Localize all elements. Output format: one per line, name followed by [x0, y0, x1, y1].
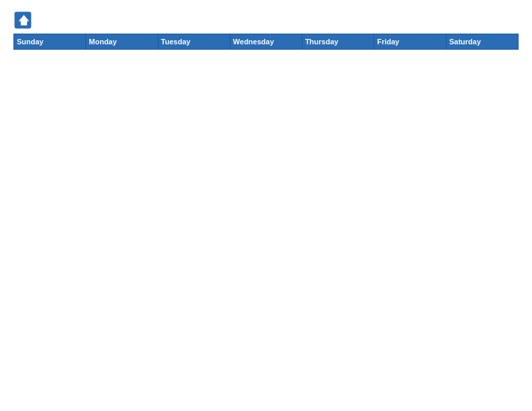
weekday-header: Friday: [374, 34, 446, 50]
page: GeneralBlue SundayMondayTuesdayWednesday…: [0, 0, 532, 411]
logo: GeneralBlue: [13, 11, 35, 30]
calendar-table: SundayMondayTuesdayWednesdayThursdayFrid…: [13, 34, 519, 404]
calendar-body: [14, 50, 519, 404]
header: GeneralBlue: [13, 11, 519, 30]
weekday-header: Thursday: [302, 34, 374, 50]
weekday-header: Monday: [86, 34, 158, 50]
weekday-header: Sunday: [14, 34, 86, 50]
weekday-header: Tuesday: [158, 34, 230, 50]
weekday-header: Saturday: [446, 34, 518, 50]
calendar-header-row: SundayMondayTuesdayWednesdayThursdayFrid…: [14, 34, 519, 50]
weekday-header: Wednesday: [230, 34, 302, 50]
logo-icon: GeneralBlue: [13, 11, 32, 30]
